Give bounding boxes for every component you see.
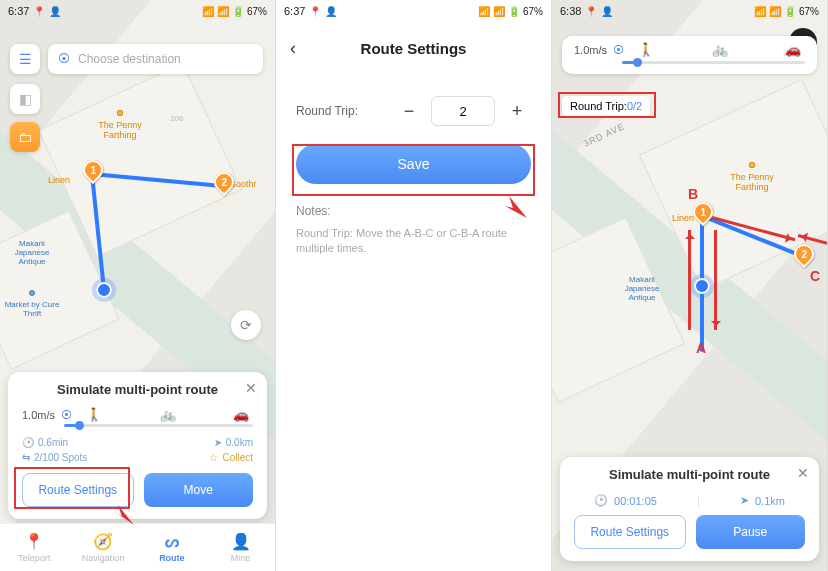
screen-route-settings: 6:37📍👤 📶📶🔋67% ‹ Route Settings Round Tri… [276,0,552,571]
label-C: C [810,268,820,284]
destination-search[interactable]: ⦿ Choose destination [48,44,263,74]
place-makarii[interactable]: Makarii Japanese Antique [612,276,672,302]
label-A: A [696,340,706,356]
folder-button[interactable]: 🗀 [10,122,40,152]
spots-icon: ⇆ [22,452,30,463]
mode-car-icon[interactable]: 🚗 [785,42,801,57]
place-addr: 206 [170,115,183,124]
nav-mine[interactable]: 👤Mine [206,524,275,571]
increment-button[interactable]: + [503,97,531,125]
layers-button[interactable]: ◧ [10,84,40,114]
route-settings-button[interactable]: Route Settings [22,473,134,507]
close-panel-button[interactable]: ✕ [797,465,809,481]
speed-value: 1.0m/s [574,44,607,56]
speed-value: 1.0m/s [22,409,55,421]
elapsed-time: 00:01:05 [614,495,657,507]
mode-bike-icon[interactable]: 🚲 [712,42,728,57]
star-icon: ☆ [209,452,218,463]
speed-card: 1.0m/s ⦿ 🚶 🚲 🚗 [562,36,817,74]
distance: 0.1km [755,495,785,507]
notes-text: Round Trip: Move the A-B-C or C-B-A rout… [296,226,531,257]
screen-simulation-running: 3RD AVE The Penny Farthing Linen Makarii… [552,0,828,571]
back-button[interactable]: ‹ [290,38,296,59]
clock-icon: 🕑 [22,437,34,448]
menu-button[interactable]: ☰ [10,44,40,74]
status-bar: 6:38📍👤 📶📶🔋67% [552,0,827,22]
place-linen[interactable]: Linen [672,214,694,224]
nav-route[interactable]: ᔕRoute [138,524,207,571]
current-location-marker[interactable] [96,282,112,298]
mode-bike-icon[interactable]: 🚲 [160,407,176,422]
mode-car-icon[interactable]: 🚗 [233,407,249,422]
round-trip-label: Round Trip: [296,104,387,118]
settings-header: ‹ Route Settings [276,28,551,68]
decrement-button[interactable]: − [395,97,423,125]
close-panel-button[interactable]: ✕ [245,380,257,396]
page-title: Route Settings [361,40,467,57]
label-B: B [688,186,698,202]
nav-arrow-icon: ➤ [214,437,222,448]
pause-button[interactable]: Pause [696,515,806,549]
status-bar: 6:37📍👤 📶📶🔋67% [0,0,275,22]
current-location-marker[interactable] [694,278,710,294]
mode-walk-icon[interactable]: 🚶 [86,407,102,422]
move-button[interactable]: Move [144,473,254,507]
round-trip-input[interactable] [431,96,495,126]
speed-slider[interactable] [622,61,805,64]
status-bar: 6:37📍👤 📶📶🔋67% [276,0,551,22]
place-penny[interactable]: The Penny Farthing [722,162,782,193]
notes-heading: Notes: [296,204,531,218]
nav-arrow-icon: ➤ [740,494,749,507]
route-panel: Simulate multi-point route ✕ 1.0m/s ⦿ 🚶 … [8,372,267,519]
place-penny[interactable]: The Penny Farthing [90,110,150,141]
panel-title: Simulate multi-point route [609,467,770,482]
speed-slider[interactable] [64,424,253,427]
panel-title: Simulate multi-point route [57,382,218,397]
search-placeholder: Choose destination [78,52,181,66]
save-button[interactable]: Save [296,144,531,184]
nav-navigation[interactable]: 🧭Navigation [69,524,138,571]
place-market[interactable]: Market by Cure Thrift [2,290,62,318]
road-label: 3RD AVE [582,121,626,149]
clock-icon: 🕑 [594,494,608,507]
pin-icon: ⦿ [58,52,70,66]
place-makarii[interactable]: Makarii Japanese Antique [2,240,62,266]
nav-teleport[interactable]: 📍Teleport [0,524,69,571]
route-settings-button[interactable]: Route Settings [574,515,686,549]
mode-walk-icon[interactable]: 🚶 [638,42,654,57]
screen-main-map: The Penny Farthing 206 Linen Soothr Maka… [0,0,276,571]
place-linen[interactable]: Linen [48,176,70,186]
running-panel: Simulate multi-point route ✕ 🕑00:01:05 |… [560,457,819,561]
refresh-button[interactable]: ⟳ [231,310,261,340]
round-trip-chip: Round Trip:0/2 [562,96,650,116]
bottom-nav: 📍Teleport 🧭Navigation ᔕRoute 👤Mine [0,523,275,571]
